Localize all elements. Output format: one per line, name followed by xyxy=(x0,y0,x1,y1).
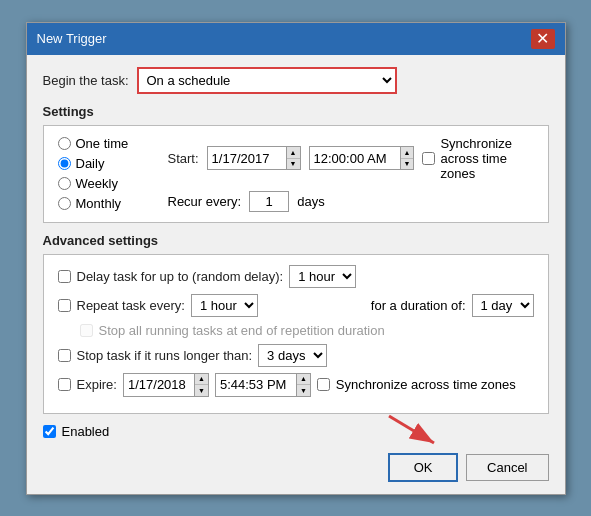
stop-task-checkbox[interactable] xyxy=(58,349,71,362)
start-time-spin-up[interactable]: ▲ xyxy=(401,147,414,159)
duration-label: for a duration of: xyxy=(371,298,466,313)
ok-button[interactable]: OK xyxy=(388,453,458,482)
settings-section-label: Settings xyxy=(43,104,549,119)
start-sync-checkbox[interactable] xyxy=(422,152,435,165)
stop-running-label: Stop all running tasks at end of repetit… xyxy=(99,323,385,338)
delay-label: Delay task for up to (random delay): xyxy=(77,269,284,284)
repeat-row: Repeat task every: 1 hour for a duration… xyxy=(58,294,534,317)
duration-row: for a duration of: 1 day xyxy=(371,294,534,317)
arrow-indicator xyxy=(384,411,444,454)
expire-date-spin[interactable]: ▲ ▼ xyxy=(194,374,208,396)
dialog-body: Begin the task: On a schedule Settings O… xyxy=(27,55,565,494)
stop-running-checkbox xyxy=(80,324,93,337)
footer-row: OK Cancel xyxy=(43,449,549,482)
enabled-row: Enabled xyxy=(43,424,549,439)
expire-row: Expire: ▲ ▼ ▲ ▼ Synchronize acros xyxy=(58,373,534,397)
start-sync-label: Synchronize across time zones xyxy=(440,136,533,181)
stop-task-label: Stop task if it runs longer than: xyxy=(77,348,253,363)
svg-line-1 xyxy=(389,416,434,443)
expire-sync-checkbox[interactable] xyxy=(317,378,330,391)
expire-date-spin-up[interactable]: ▲ xyxy=(195,374,208,386)
start-date-input[interactable] xyxy=(208,149,286,168)
expire-date-spin-down[interactable]: ▼ xyxy=(195,385,208,396)
expire-time-input[interactable] xyxy=(216,375,296,394)
expire-time-wrap: ▲ ▼ xyxy=(215,373,311,397)
expire-time-spin[interactable]: ▲ ▼ xyxy=(296,374,310,396)
repeat-select[interactable]: 1 hour xyxy=(191,294,258,317)
repeat-checkbox[interactable] xyxy=(58,299,71,312)
start-date-spin[interactable]: ▲ ▼ xyxy=(286,147,300,169)
advanced-settings-label: Advanced settings xyxy=(43,233,549,248)
one-time-label: One time xyxy=(76,136,129,151)
start-time-input[interactable] xyxy=(310,149,400,168)
start-date-spin-down[interactable]: ▼ xyxy=(287,159,300,170)
close-button[interactable]: ✕ xyxy=(531,29,555,49)
daily-label: Daily xyxy=(76,156,105,171)
stop-running-row: Stop all running tasks at end of repetit… xyxy=(80,323,534,338)
dialog-title: New Trigger xyxy=(37,31,107,46)
daily-radio[interactable] xyxy=(58,157,71,170)
repeat-label: Repeat task every: xyxy=(77,298,185,313)
expire-time-spin-up[interactable]: ▲ xyxy=(297,374,310,386)
new-trigger-dialog: New Trigger ✕ Begin the task: On a sched… xyxy=(26,22,566,495)
start-date-spin-up[interactable]: ▲ xyxy=(287,147,300,159)
monthly-option[interactable]: Monthly xyxy=(58,196,148,211)
expire-date-wrap: ▲ ▼ xyxy=(123,373,209,397)
start-date-wrap: ▲ ▼ xyxy=(207,146,301,170)
expire-sync-label: Synchronize across time zones xyxy=(336,377,516,392)
settings-inner: One time Daily Weekly Monthly xyxy=(58,136,534,212)
start-label: Start: xyxy=(168,151,199,166)
duration-select[interactable]: 1 day xyxy=(472,294,534,317)
start-time-spin[interactable]: ▲ ▼ xyxy=(400,147,414,169)
recur-label: Recur every: xyxy=(168,194,242,209)
recur-row: Recur every: days xyxy=(168,191,534,212)
begin-task-select[interactable]: On a schedule xyxy=(139,69,395,92)
recur-unit: days xyxy=(297,194,324,209)
settings-area: One time Daily Weekly Monthly xyxy=(43,125,549,223)
start-time-spin-down[interactable]: ▼ xyxy=(401,159,414,170)
cancel-button[interactable]: Cancel xyxy=(466,454,548,481)
settings-right: Start: ▲ ▼ ▲ ▼ xyxy=(168,136,534,212)
one-time-option[interactable]: One time xyxy=(58,136,148,151)
start-row: Start: ▲ ▼ ▲ ▼ xyxy=(168,136,534,181)
begin-task-label: Begin the task: xyxy=(43,73,129,88)
expire-time-spin-down[interactable]: ▼ xyxy=(297,385,310,396)
expire-label: Expire: xyxy=(77,377,117,392)
monthly-label: Monthly xyxy=(76,196,122,211)
start-sync-row: Synchronize across time zones xyxy=(422,136,533,181)
stop-task-row: Stop task if it runs longer than: 3 days xyxy=(58,344,534,367)
schedule-radio-group: One time Daily Weekly Monthly xyxy=(58,136,148,212)
weekly-label: Weekly xyxy=(76,176,118,191)
one-time-radio[interactable] xyxy=(58,137,71,150)
weekly-option[interactable]: Weekly xyxy=(58,176,148,191)
delay-select[interactable]: 1 hour xyxy=(289,265,356,288)
daily-option[interactable]: Daily xyxy=(58,156,148,171)
recur-number-input[interactable] xyxy=(249,191,289,212)
start-time-wrap: ▲ ▼ xyxy=(309,146,415,170)
enabled-label: Enabled xyxy=(62,424,110,439)
title-bar: New Trigger ✕ xyxy=(27,23,565,55)
weekly-radio[interactable] xyxy=(58,177,71,190)
enabled-checkbox[interactable] xyxy=(43,425,56,438)
advanced-settings-area: Delay task for up to (random delay): 1 h… xyxy=(43,254,549,414)
delay-row: Delay task for up to (random delay): 1 h… xyxy=(58,265,534,288)
delay-checkbox[interactable] xyxy=(58,270,71,283)
expire-checkbox[interactable] xyxy=(58,378,71,391)
begin-task-select-wrap: On a schedule xyxy=(137,67,397,94)
expire-date-input[interactable] xyxy=(124,375,194,394)
begin-task-row: Begin the task: On a schedule xyxy=(43,67,549,94)
stop-task-select[interactable]: 3 days xyxy=(258,344,327,367)
monthly-radio[interactable] xyxy=(58,197,71,210)
